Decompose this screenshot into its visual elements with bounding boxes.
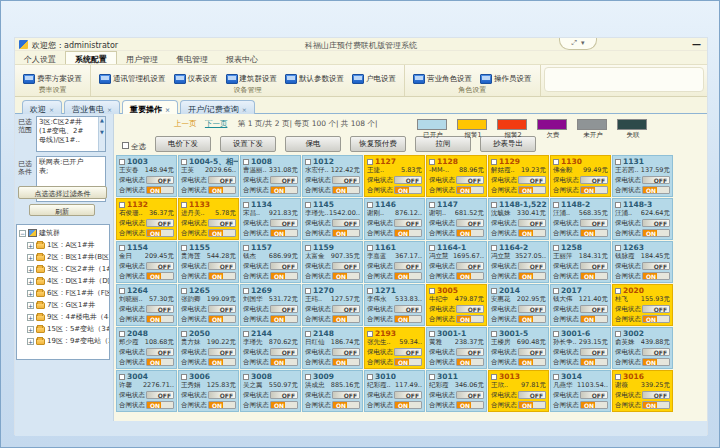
expand-icon[interactable]: + (27, 290, 34, 297)
card-checkbox[interactable] (243, 202, 249, 208)
card-checkbox[interactable] (119, 159, 125, 165)
card-checkbox[interactable] (181, 288, 187, 294)
hezha-toggle[interactable]: ON (270, 186, 298, 194)
select-all-checkbox[interactable] (122, 142, 129, 149)
hezha-toggle[interactable]: ON (456, 358, 484, 366)
card-checkbox[interactable] (615, 159, 621, 165)
meter-card[interactable]: 1155贵海莲544.28元保电状态OFF合闸状态ON (178, 241, 239, 283)
card-checkbox[interactable] (305, 202, 311, 208)
hezha-toggle[interactable]: ON (456, 401, 484, 409)
expand-icon[interactable]: + (27, 326, 34, 333)
baodian-toggle[interactable]: OFF (394, 305, 422, 313)
meter-card[interactable]: 1154金日209.45元保电状态OFF合闸状态ON (116, 241, 177, 283)
ribbon-button[interactable]: 通讯管理机设置 (95, 72, 170, 86)
card-checkbox[interactable] (491, 288, 497, 294)
meter-card[interactable]: 3011纪彩霞346.06元保电状态OFF合闸状态ON (426, 370, 487, 412)
meter-card[interactable]: 1148-2汪浦..568.35元保电状态OFF合闸状态ON (550, 198, 611, 240)
ribbon-button[interactable]: 户电设置 (348, 72, 400, 86)
close-tab-icon[interactable]: × (165, 106, 170, 113)
tree-item[interactable]: +2区：B区1#井(B区1# (19, 251, 109, 263)
meter-card[interactable]: 1128-MM-..88.96元保电状态OFF合闸状态ON (426, 155, 487, 197)
card-checkbox[interactable] (243, 331, 249, 337)
baodian-toggle[interactable]: OFF (208, 262, 236, 270)
hezha-toggle[interactable]: ON (518, 401, 546, 409)
collapse-icon[interactable]: − (19, 230, 26, 237)
meter-card[interactable]: 3001-6孙长争..293.15元保电状态OFF合闸状态ON (550, 327, 611, 369)
card-checkbox[interactable] (119, 331, 125, 337)
card-checkbox[interactable] (367, 202, 373, 208)
hezha-toggle[interactable]: ON (394, 272, 422, 280)
ribbon-button[interactable]: 费率方案设置 (19, 72, 86, 86)
meter-card[interactable]: 1270王玮..127.57元保电状态OFF合闸状态ON (302, 284, 363, 326)
baodian-toggle[interactable]: OFF (146, 219, 174, 227)
card-checkbox[interactable] (367, 331, 373, 337)
baodian-toggle[interactable]: OFF (332, 262, 360, 270)
expand-icon[interactable]: + (27, 278, 34, 285)
style-icon[interactable]: ⤢ (569, 38, 579, 49)
card-checkbox[interactable] (491, 159, 497, 165)
baodian-toggle[interactable]: OFF (332, 219, 360, 227)
baodian-toggle[interactable]: OFF (580, 305, 608, 313)
meter-card[interactable]: 1127王捷..5.83元保电状态OFF合闸状态ON (364, 155, 425, 197)
hezha-toggle[interactable]: ON (580, 272, 608, 280)
baodian-toggle[interactable]: OFF (642, 262, 670, 270)
baodian-toggle[interactable]: OFF (580, 348, 608, 356)
card-checkbox[interactable] (491, 202, 497, 208)
meter-card[interactable]: 2020桂飞155.93元保电状态OFF合闸状态ON (612, 284, 673, 326)
meter-card[interactable]: 1164-1冯立慧1695.67..保电状态OFF合闸状态ON (426, 241, 487, 283)
meter-card[interactable]: 1164-2冯立慧3527.05..保电状态OFF合闸状态ON (488, 241, 549, 283)
meter-card[interactable]: 1133进丹美..5.78元保电状态OFF合闸状态ON (178, 198, 239, 240)
ribbon-button[interactable]: 操作员设置 (476, 72, 536, 86)
toolbar-button-保电[interactable]: 保电 (285, 136, 341, 152)
baodian-toggle[interactable]: OFF (146, 391, 174, 399)
card-checkbox[interactable] (119, 245, 125, 251)
meter-card[interactable]: 3010纪彩霞..117.49..保电状态OFF合闸状态ON (364, 370, 425, 412)
meter-card[interactable]: 2050贵方妹190.22元保电状态OFF合闸状态ON (178, 327, 239, 369)
card-checkbox[interactable] (553, 202, 559, 208)
ribbon-button[interactable]: 仪表设置 (170, 72, 222, 86)
baodian-toggle[interactable]: OFF (270, 305, 298, 313)
baodian-toggle[interactable]: OFF (208, 219, 236, 227)
meter-card[interactable]: 2014安惠花202.95元保电状态OFF合闸状态ON (488, 284, 549, 326)
meter-card[interactable]: 1147谢明..681.52元保电状态OFF合闸状态ON (426, 198, 487, 240)
card-checkbox[interactable] (491, 331, 497, 337)
meter-card[interactable]: 2144李瑾先870.62元保电状态OFF合闸状态ON (240, 327, 301, 369)
meter-card[interactable]: 1159太富金907.35元保电状态OFF合闸状态ON (302, 241, 363, 283)
meter-card[interactable]: 2148日红仙186.74元保电状态OFF合闸状态ON (302, 327, 363, 369)
toolbar-button-电价下发[interactable]: 电价下发 (155, 136, 211, 152)
card-checkbox[interactable] (243, 374, 249, 380)
baodian-toggle[interactable]: OFF (580, 176, 608, 184)
pick-filter-button[interactable]: 点选选择过滤条件 (18, 186, 107, 199)
hezha-toggle[interactable]: ON (332, 358, 360, 366)
card-checkbox[interactable] (429, 159, 435, 165)
tree-root[interactable]: −建筑群 (19, 227, 109, 239)
hezha-toggle[interactable]: ON (456, 186, 484, 194)
card-checkbox[interactable] (119, 288, 125, 294)
hezha-toggle[interactable]: ON (394, 229, 422, 237)
card-checkbox[interactable] (243, 159, 249, 165)
expand-icon[interactable]: + (27, 242, 34, 249)
tree-item[interactable]: +15区：5#变站（3#变 (19, 323, 109, 335)
hezha-toggle[interactable]: ON (642, 186, 670, 194)
meter-card[interactable]: 1131王若茜..137.59元保电状态OFF合闸状态ON (612, 155, 673, 197)
card-checkbox[interactable] (553, 159, 559, 165)
toolbar-button-设置下发[interactable]: 设置下发 (220, 136, 276, 152)
chevron-down-icon[interactable]: ▾ (579, 38, 587, 49)
card-checkbox[interactable] (305, 374, 311, 380)
meter-card[interactable]: 3005牛纪中479.87元保电状态OFF合闸状态ON (426, 284, 487, 326)
card-checkbox[interactable] (367, 374, 373, 380)
card-checkbox[interactable] (491, 245, 497, 251)
card-checkbox[interactable] (429, 288, 435, 294)
meter-card[interactable]: 1271李伟永533.83..保电状态OFF合闸状态ON (364, 284, 425, 326)
hezha-toggle[interactable]: ON (332, 315, 360, 323)
baodian-toggle[interactable]: OFF (270, 348, 298, 356)
prev-page-link[interactable]: 上一页 (174, 119, 197, 128)
card-checkbox[interactable] (429, 245, 435, 251)
hezha-toggle[interactable]: ON (146, 315, 174, 323)
card-checkbox[interactable] (119, 374, 125, 380)
hezha-toggle[interactable]: ON (332, 229, 360, 237)
meter-card[interactable]: 3009洪成忠885.16元保电状态OFF合闸状态ON (302, 370, 363, 412)
hezha-toggle[interactable]: ON (208, 358, 236, 366)
meter-card[interactable]: 3014凡燕华1103.54..保电状态OFF合闸状态ON (550, 370, 611, 412)
baodian-toggle[interactable]: OFF (518, 348, 546, 356)
